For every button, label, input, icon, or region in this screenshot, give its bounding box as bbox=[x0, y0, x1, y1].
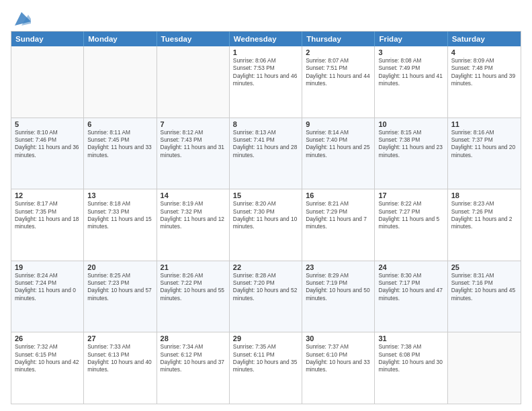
day-info: Sunrise: 8:24 AMSunset: 7:24 PMDaylight:… bbox=[15, 272, 80, 302]
day-info: Sunrise: 8:13 AMSunset: 7:41 PMDaylight:… bbox=[233, 129, 298, 159]
cal-cell-day-22: 22Sunrise: 8:28 AMSunset: 7:20 PMDayligh… bbox=[230, 261, 302, 332]
day-info: Sunrise: 8:08 AMSunset: 7:49 PMDaylight:… bbox=[378, 57, 443, 87]
day-info: Sunrise: 7:34 AMSunset: 6:12 PMDaylight:… bbox=[161, 343, 226, 373]
day-number: 16 bbox=[306, 191, 371, 199]
cal-cell-day-16: 16Sunrise: 8:21 AMSunset: 7:29 PMDayligh… bbox=[302, 189, 375, 261]
cal-cell-day-3: 3Sunrise: 8:08 AMSunset: 7:49 PMDaylight… bbox=[375, 46, 447, 118]
cal-cell-day-18: 18Sunrise: 8:23 AMSunset: 7:26 PMDayligh… bbox=[448, 189, 521, 261]
day-number: 17 bbox=[378, 191, 443, 199]
day-number: 1 bbox=[233, 48, 298, 56]
cal-cell-day-8: 8Sunrise: 8:13 AMSunset: 7:41 PMDaylight… bbox=[230, 118, 302, 189]
day-number: 9 bbox=[306, 120, 371, 128]
cal-row-4: 19Sunrise: 8:24 AMSunset: 7:24 PMDayligh… bbox=[11, 261, 521, 332]
day-info: Sunrise: 7:32 AMSunset: 6:15 PMDaylight:… bbox=[15, 343, 80, 373]
day-info: Sunrise: 8:23 AMSunset: 7:26 PMDaylight:… bbox=[451, 200, 517, 230]
day-number: 30 bbox=[306, 334, 371, 342]
day-info: Sunrise: 8:26 AMSunset: 7:22 PMDaylight:… bbox=[161, 272, 226, 302]
day-info: Sunrise: 8:28 AMSunset: 7:20 PMDaylight:… bbox=[233, 272, 298, 302]
cal-cell-day-7: 7Sunrise: 8:12 AMSunset: 7:43 PMDaylight… bbox=[157, 118, 230, 189]
cal-cell-day-19: 19Sunrise: 8:24 AMSunset: 7:24 PMDayligh… bbox=[11, 261, 84, 332]
day-number: 27 bbox=[87, 334, 152, 342]
calendar: SundayMondayTuesdayWednesdayThursdayFrid… bbox=[11, 31, 521, 404]
day-info: Sunrise: 8:19 AMSunset: 7:32 PMDaylight:… bbox=[161, 200, 226, 230]
day-number: 11 bbox=[451, 120, 517, 128]
day-info: Sunrise: 8:10 AMSunset: 7:46 PMDaylight:… bbox=[15, 129, 80, 159]
day-number: 14 bbox=[161, 191, 226, 199]
cal-cell-day-17: 17Sunrise: 8:22 AMSunset: 7:27 PMDayligh… bbox=[375, 189, 447, 261]
day-number: 6 bbox=[87, 120, 152, 128]
cal-cell-day-11: 11Sunrise: 8:16 AMSunset: 7:37 PMDayligh… bbox=[448, 118, 521, 189]
day-info: Sunrise: 8:15 AMSunset: 7:38 PMDaylight:… bbox=[378, 129, 443, 159]
cal-cell-day-26: 26Sunrise: 7:32 AMSunset: 6:15 PMDayligh… bbox=[11, 332, 84, 404]
day-info: Sunrise: 7:35 AMSunset: 6:11 PMDaylight:… bbox=[233, 343, 298, 373]
day-info: Sunrise: 7:38 AMSunset: 6:08 PMDaylight:… bbox=[378, 343, 443, 373]
cal-cell-empty bbox=[157, 46, 230, 118]
day-number: 22 bbox=[233, 263, 298, 271]
header bbox=[11, 7, 521, 28]
day-number: 4 bbox=[451, 48, 517, 56]
header-day-sunday: Sunday bbox=[11, 32, 84, 46]
cal-cell-day-27: 27Sunrise: 7:33 AMSunset: 6:13 PMDayligh… bbox=[84, 332, 157, 404]
cal-cell-day-15: 15Sunrise: 8:20 AMSunset: 7:30 PMDayligh… bbox=[230, 189, 302, 261]
day-info: Sunrise: 8:31 AMSunset: 7:16 PMDaylight:… bbox=[451, 272, 517, 302]
logo-icon bbox=[12, 9, 31, 28]
day-info: Sunrise: 8:09 AMSunset: 7:48 PMDaylight:… bbox=[451, 57, 517, 87]
cal-cell-day-24: 24Sunrise: 8:30 AMSunset: 7:17 PMDayligh… bbox=[375, 261, 447, 332]
header-day-monday: Monday bbox=[84, 32, 157, 46]
day-number: 26 bbox=[15, 334, 80, 342]
day-number: 3 bbox=[378, 48, 443, 56]
day-number: 21 bbox=[161, 263, 226, 271]
cal-cell-day-14: 14Sunrise: 8:19 AMSunset: 7:32 PMDayligh… bbox=[157, 189, 230, 261]
cal-cell-day-21: 21Sunrise: 8:26 AMSunset: 7:22 PMDayligh… bbox=[157, 261, 230, 332]
cal-row-5: 26Sunrise: 7:32 AMSunset: 6:15 PMDayligh… bbox=[11, 332, 521, 404]
day-number: 13 bbox=[87, 191, 152, 199]
day-info: Sunrise: 8:07 AMSunset: 7:51 PMDaylight:… bbox=[306, 57, 371, 87]
day-info: Sunrise: 8:12 AMSunset: 7:43 PMDaylight:… bbox=[161, 129, 226, 159]
day-info: Sunrise: 8:29 AMSunset: 7:19 PMDaylight:… bbox=[306, 272, 371, 302]
day-number: 24 bbox=[378, 263, 443, 271]
day-number: 7 bbox=[161, 120, 226, 128]
cal-cell-empty bbox=[84, 46, 157, 118]
cal-cell-day-30: 30Sunrise: 7:37 AMSunset: 6:10 PMDayligh… bbox=[302, 332, 375, 404]
day-info: Sunrise: 8:20 AMSunset: 7:30 PMDaylight:… bbox=[233, 200, 298, 230]
day-number: 12 bbox=[15, 191, 80, 199]
page: SundayMondayTuesdayWednesdayThursdayFrid… bbox=[0, 0, 532, 411]
calendar-body: 1Sunrise: 8:06 AMSunset: 7:53 PMDaylight… bbox=[11, 46, 521, 404]
day-number: 23 bbox=[306, 263, 371, 271]
day-number: 25 bbox=[451, 263, 517, 271]
logo bbox=[11, 9, 31, 28]
header-day-wednesday: Wednesday bbox=[230, 32, 302, 46]
cal-cell-day-10: 10Sunrise: 8:15 AMSunset: 7:38 PMDayligh… bbox=[375, 118, 447, 189]
day-info: Sunrise: 7:37 AMSunset: 6:10 PMDaylight:… bbox=[306, 343, 371, 373]
header-day-saturday: Saturday bbox=[448, 32, 521, 46]
day-info: Sunrise: 8:22 AMSunset: 7:27 PMDaylight:… bbox=[378, 200, 443, 230]
day-info: Sunrise: 8:06 AMSunset: 7:53 PMDaylight:… bbox=[233, 57, 298, 87]
day-info: Sunrise: 8:25 AMSunset: 7:23 PMDaylight:… bbox=[87, 272, 152, 302]
day-info: Sunrise: 7:33 AMSunset: 6:13 PMDaylight:… bbox=[87, 343, 152, 373]
cal-cell-day-13: 13Sunrise: 8:18 AMSunset: 7:33 PMDayligh… bbox=[84, 189, 157, 261]
day-number: 19 bbox=[15, 263, 80, 271]
cal-row-3: 12Sunrise: 8:17 AMSunset: 7:35 PMDayligh… bbox=[11, 189, 521, 261]
cal-cell-empty bbox=[448, 332, 521, 404]
day-info: Sunrise: 8:11 AMSunset: 7:45 PMDaylight:… bbox=[87, 129, 152, 159]
day-number: 15 bbox=[233, 191, 298, 199]
day-info: Sunrise: 8:17 AMSunset: 7:35 PMDaylight:… bbox=[15, 200, 80, 230]
day-number: 28 bbox=[161, 334, 226, 342]
cal-cell-day-29: 29Sunrise: 7:35 AMSunset: 6:11 PMDayligh… bbox=[230, 332, 302, 404]
cal-cell-day-2: 2Sunrise: 8:07 AMSunset: 7:51 PMDaylight… bbox=[302, 46, 375, 118]
day-info: Sunrise: 8:16 AMSunset: 7:37 PMDaylight:… bbox=[451, 129, 517, 159]
cal-cell-day-20: 20Sunrise: 8:25 AMSunset: 7:23 PMDayligh… bbox=[84, 261, 157, 332]
calendar-header: SundayMondayTuesdayWednesdayThursdayFrid… bbox=[11, 32, 521, 46]
day-number: 5 bbox=[15, 120, 80, 128]
day-number: 20 bbox=[87, 263, 152, 271]
day-number: 2 bbox=[306, 48, 371, 56]
cal-row-2: 5Sunrise: 8:10 AMSunset: 7:46 PMDaylight… bbox=[11, 118, 521, 189]
cal-cell-day-6: 6Sunrise: 8:11 AMSunset: 7:45 PMDaylight… bbox=[84, 118, 157, 189]
cal-cell-day-31: 31Sunrise: 7:38 AMSunset: 6:08 PMDayligh… bbox=[375, 332, 447, 404]
cal-cell-day-9: 9Sunrise: 8:14 AMSunset: 7:40 PMDaylight… bbox=[302, 118, 375, 189]
day-number: 18 bbox=[451, 191, 517, 199]
cal-cell-day-28: 28Sunrise: 7:34 AMSunset: 6:12 PMDayligh… bbox=[157, 332, 230, 404]
day-number: 29 bbox=[233, 334, 298, 342]
cal-row-1: 1Sunrise: 8:06 AMSunset: 7:53 PMDaylight… bbox=[11, 46, 521, 118]
cal-cell-day-25: 25Sunrise: 8:31 AMSunset: 7:16 PMDayligh… bbox=[448, 261, 521, 332]
